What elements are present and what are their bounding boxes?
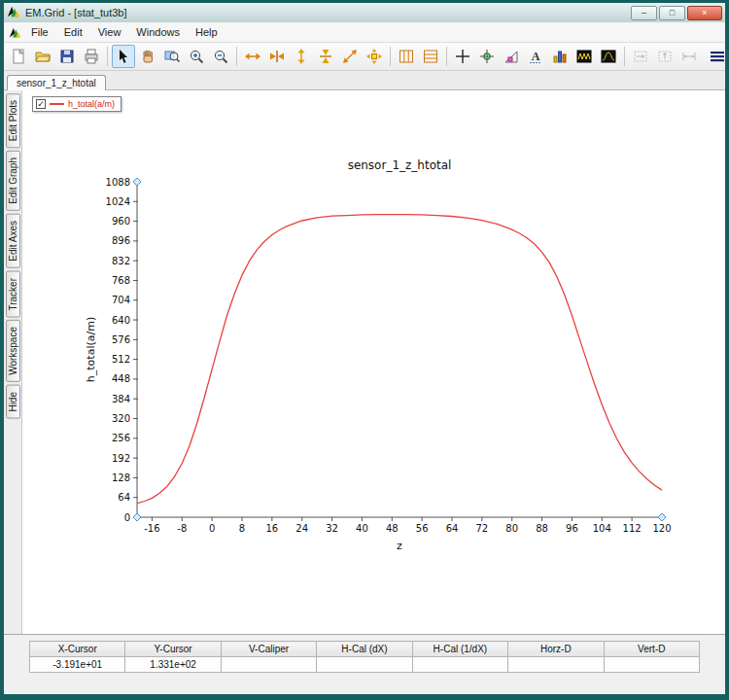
hand-icon xyxy=(139,48,156,65)
text-annotation-button[interactable]: A xyxy=(524,45,547,68)
svg-text:256: 256 xyxy=(112,433,130,443)
link-y-button[interactable] xyxy=(653,45,677,68)
sidebar-item-edit-plots[interactable]: Edit Plots xyxy=(6,93,20,148)
tab-sensor-1-z-htotal[interactable]: sensor_1_z_htotal xyxy=(7,75,106,90)
toolbar: A Layout ▾ xyxy=(4,43,725,71)
compress-vertical-button[interactable] xyxy=(314,45,337,68)
sidebar-item-edit-axes[interactable]: Edit Axes xyxy=(6,214,20,268)
zoom-window-button[interactable] xyxy=(160,45,184,68)
svg-text:88: 88 xyxy=(536,523,548,534)
envelope-button[interactable] xyxy=(597,45,620,68)
status-value-vert-d xyxy=(604,657,699,673)
legend-box[interactable]: ✓ h_total(a/m) xyxy=(32,96,122,112)
svg-text:64: 64 xyxy=(446,523,459,534)
svg-text:960: 960 xyxy=(112,216,130,227)
fit-horizontal-button[interactable] xyxy=(241,45,264,68)
status-area: X-Cursor Y-Cursor V-Caliper H-Cal (dX) H… xyxy=(4,634,725,694)
cursor-arrow-icon xyxy=(115,48,132,65)
menu-view[interactable]: View xyxy=(90,24,129,40)
open-file-button[interactable] xyxy=(31,45,54,68)
layout-menu-icon xyxy=(710,51,725,62)
slope-button[interactable] xyxy=(500,45,523,68)
tracker-button[interactable] xyxy=(475,45,499,68)
app-logo-icon xyxy=(7,5,20,20)
new-file-button[interactable] xyxy=(7,45,30,68)
legend-checkbox[interactable]: ✓ xyxy=(36,99,46,109)
menu-edit[interactable]: Edit xyxy=(56,24,90,40)
status-header: H-Cal (dX) xyxy=(317,642,412,657)
crosshair-button[interactable] xyxy=(451,45,474,68)
svg-text:832: 832 xyxy=(112,256,130,266)
svg-text:384: 384 xyxy=(112,394,130,404)
app-window: EM.Grid - [stat_tut3b] – □ × File Edit V… xyxy=(0,0,729,700)
svg-text:104: 104 xyxy=(593,523,611,534)
zoom-out-button[interactable] xyxy=(209,45,232,68)
svg-text:120: 120 xyxy=(652,523,671,534)
status-header: Vert-D xyxy=(604,642,699,657)
select-cursor-button[interactable] xyxy=(112,45,135,68)
menu-file[interactable]: File xyxy=(23,24,56,40)
status-header-row: X-Cursor Y-Cursor V-Caliper H-Cal (dX) H… xyxy=(30,642,700,657)
menu-bar: File Edit View Windows Help xyxy=(4,22,725,43)
status-value-v-caliper xyxy=(221,657,316,673)
save-button[interactable] xyxy=(55,45,79,68)
sidebar-item-workspace[interactable]: Workspace xyxy=(6,320,20,382)
v-extents-icon xyxy=(293,48,310,65)
status-value-h-cal-1dx xyxy=(412,657,507,673)
status-value-x-cursor: -3.191e+01 xyxy=(30,657,125,673)
sidebar-item-edit-graph[interactable]: Edit Graph xyxy=(6,151,20,211)
zoom-in-button[interactable] xyxy=(185,45,208,68)
autoscale-icon xyxy=(365,48,383,65)
h-span-icon xyxy=(680,48,698,65)
svg-text:0: 0 xyxy=(209,523,215,534)
fit-vertical-button[interactable] xyxy=(290,45,313,68)
pan-button[interactable] xyxy=(136,45,159,68)
svg-text:z: z xyxy=(397,540,402,552)
menu-windows[interactable]: Windows xyxy=(128,24,188,40)
close-button[interactable]: × xyxy=(687,6,722,20)
printer-icon xyxy=(83,48,100,65)
link-x-button[interactable] xyxy=(629,45,652,68)
legend-label: h_total(a/m) xyxy=(68,99,115,109)
grid-columns-button[interactable] xyxy=(395,45,418,68)
print-button[interactable] xyxy=(80,45,103,68)
envelope-dark-icon xyxy=(600,48,617,65)
svg-text:80: 80 xyxy=(505,523,518,534)
text-a-icon: A xyxy=(527,48,544,65)
window-title: EM.Grid - [stat_tut3b] xyxy=(25,7,626,18)
toolbar-separator xyxy=(107,47,108,66)
document-menu-icon[interactable] xyxy=(6,26,23,39)
xy-extents-icon xyxy=(341,48,359,65)
sidebar-item-hide[interactable]: Hide xyxy=(6,385,20,419)
grid-columns-icon xyxy=(398,48,415,65)
svg-text:-8: -8 xyxy=(177,523,187,534)
waveform-button[interactable] xyxy=(573,45,596,68)
toolbar-separator xyxy=(236,47,237,66)
status-value-h-cal-dx xyxy=(317,657,412,673)
maximize-button[interactable]: □ xyxy=(659,6,685,20)
h-span-button[interactable] xyxy=(677,45,701,68)
menu-help[interactable]: Help xyxy=(188,24,226,40)
chart[interactable]: sensor_1_z_htotal06412819225632038444851… xyxy=(79,153,701,571)
minimize-button[interactable]: – xyxy=(631,6,657,20)
fit-both-button[interactable] xyxy=(338,45,362,68)
svg-text:96: 96 xyxy=(566,523,578,534)
status-header: X-Cursor xyxy=(30,642,125,657)
grid-rows-button[interactable] xyxy=(419,45,442,68)
status-value-y-cursor: 1.331e+02 xyxy=(125,657,221,673)
compress-horizontal-button[interactable] xyxy=(265,45,289,68)
legend-line-sample xyxy=(50,103,64,105)
layout-button[interactable]: Layout ▾ xyxy=(702,48,729,65)
title-bar[interactable]: EM.Grid - [stat_tut3b] – □ × xyxy=(4,3,725,22)
sidebar-item-tracker[interactable]: Tracker xyxy=(6,271,20,318)
zoom-region-icon xyxy=(163,48,181,65)
toolbar-separator xyxy=(390,47,391,66)
open-folder-icon xyxy=(34,48,52,65)
svg-text:64: 64 xyxy=(118,492,130,503)
status-header: Horz-D xyxy=(508,642,604,657)
svg-text:192: 192 xyxy=(112,453,130,464)
histogram-button[interactable] xyxy=(548,45,572,68)
new-file-icon xyxy=(10,48,27,65)
svg-text:A: A xyxy=(532,50,540,63)
autoscale-button[interactable] xyxy=(363,45,386,68)
